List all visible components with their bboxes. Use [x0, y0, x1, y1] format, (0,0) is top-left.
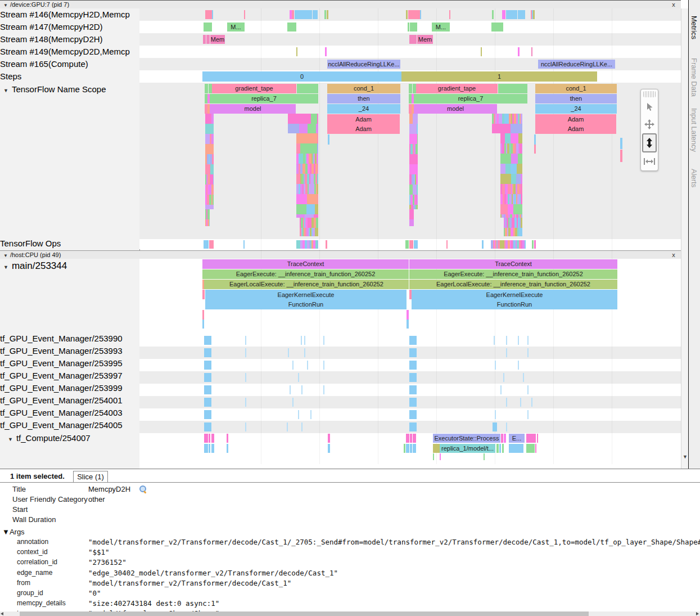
trace-event-bar[interactable] — [484, 453, 485, 460]
flame-segment[interactable] — [518, 133, 522, 143]
flame-segment[interactable] — [296, 133, 304, 143]
trace-event-bar[interactable] — [449, 10, 450, 19]
trace-event-bar[interactable] — [526, 434, 536, 443]
trace-event-bar[interactable] — [323, 336, 324, 345]
trace-event-bar[interactable] — [506, 336, 507, 345]
flame-segment[interactable] — [317, 184, 318, 194]
trace-event-bar[interactable] — [211, 434, 214, 443]
trace-event-bar[interactable] — [496, 444, 499, 453]
trace-event-bar[interactable] — [243, 240, 245, 249]
trace-event-bar[interactable] — [495, 361, 496, 370]
trace-event-bar[interactable] — [204, 336, 211, 345]
trace-event-bar[interactable] — [325, 47, 327, 56]
trace-event-bar[interactable]: M... — [227, 23, 245, 32]
trace-event-bar[interactable]: gradient_tape — [416, 84, 498, 93]
flame-segment[interactable] — [417, 134, 418, 144]
sidebar-tab-alerts[interactable]: Alerts — [690, 169, 698, 187]
flame-segment[interactable] — [521, 114, 522, 124]
trace-event-bar[interactable]: 0 — [202, 71, 401, 82]
close-icon[interactable]: x — [670, 251, 678, 259]
trace-event-bar[interactable] — [245, 398, 246, 407]
flame-segment[interactable] — [317, 228, 318, 236]
trace-event-bar[interactable] — [292, 10, 294, 19]
sidebar-tab-input-latency[interactable]: Input Latency — [690, 108, 698, 152]
trace-event-bar[interactable] — [534, 240, 536, 249]
flame-segment[interactable] — [409, 209, 414, 219]
trace-event-bar[interactable] — [328, 434, 330, 443]
trace-event-bar[interactable] — [533, 10, 535, 19]
trace-event-bar[interactable] — [245, 422, 246, 431]
trace-event-bar[interactable]: replica_1/model/t... — [440, 444, 495, 453]
trace-event-bar[interactable]: ncclAllReduceRingLLKe... — [327, 60, 400, 69]
sidebar-tab-metrics[interactable]: Metrics — [690, 16, 698, 39]
flame-segment[interactable] — [296, 143, 300, 154]
flame-segment[interactable] — [500, 154, 511, 164]
trace-event-bar[interactable] — [491, 23, 503, 32]
trace-event-bar[interactable]: FunctionRun — [412, 300, 617, 309]
trace-event-bar[interactable]: replica_7 — [210, 94, 318, 104]
flame-segment[interactable] — [519, 124, 522, 133]
trace-event-bar[interactable] — [202, 290, 205, 299]
trace-event-bar[interactable] — [534, 145, 536, 154]
flame-segment[interactable] — [210, 164, 214, 174]
trace-event-bar[interactable] — [409, 348, 417, 357]
trace-event-bar[interactable] — [296, 47, 297, 56]
slice-tab[interactable]: Slice (1) — [73, 471, 108, 483]
trace-event-bar[interactable] — [204, 444, 208, 453]
flame-segment[interactable] — [522, 143, 522, 154]
trace-event-bar[interactable] — [406, 444, 409, 453]
trace-event-bar[interactable] — [204, 373, 211, 382]
trace-event-bar[interactable] — [413, 444, 416, 453]
flame-segment[interactable] — [288, 124, 293, 133]
selection-tool-button[interactable] — [642, 98, 657, 115]
flame-segment[interactable] — [511, 133, 518, 143]
trace-event-bar[interactable]: Adam — [327, 124, 400, 134]
trace-event-bar[interactable] — [301, 422, 302, 431]
trace-event-bar[interactable] — [404, 444, 405, 453]
trace-event-bar[interactable] — [313, 10, 318, 19]
search-icon[interactable] — [139, 485, 147, 493]
trace-event-bar[interactable] — [503, 373, 504, 382]
zoom-tool-button[interactable] — [642, 133, 657, 152]
trace-event-bar[interactable] — [409, 361, 417, 370]
trace-event-bar[interactable]: 1 — [401, 71, 597, 82]
flame-segment[interactable] — [205, 164, 210, 174]
trace-event-bar[interactable] — [527, 336, 529, 345]
flame-segment[interactable] — [307, 194, 318, 204]
trace-event-bar[interactable] — [500, 385, 502, 394]
trace-event-bar[interactable] — [304, 336, 305, 345]
trace-event-bar[interactable]: TraceContext — [202, 259, 409, 269]
flame-segment[interactable] — [413, 185, 417, 195]
flame-segment[interactable] — [317, 133, 318, 143]
flame-segment[interactable] — [213, 185, 214, 195]
flame-segment[interactable] — [508, 204, 513, 214]
trace-event-bar[interactable] — [298, 410, 299, 419]
close-icon[interactable]: x — [670, 1, 678, 8]
trace-event-bar[interactable] — [204, 422, 211, 431]
trace-event-bar[interactable] — [204, 434, 208, 443]
trace-event-bar[interactable] — [209, 240, 214, 249]
flame-segment[interactable] — [316, 124, 318, 133]
collapse-triangle-icon[interactable]: ▼ — [3, 264, 8, 270]
trace-event-bar[interactable]: model — [210, 104, 296, 114]
flame-segment[interactable] — [517, 164, 522, 174]
flame-segment[interactable] — [315, 204, 318, 214]
flame-segment[interactable] — [511, 174, 516, 184]
trace-event-bar[interactable] — [501, 434, 503, 443]
trace-event-bar[interactable] — [287, 23, 296, 32]
trace-event-bar[interactable]: cond_1 — [535, 84, 617, 93]
trace-event-bar[interactable] — [410, 444, 412, 453]
flame-segment[interactable] — [522, 184, 522, 194]
trace-event-bar[interactable] — [527, 385, 529, 394]
trace-event-bar[interactable] — [209, 444, 210, 453]
trace-event-bar[interactable] — [227, 434, 228, 443]
flame-segment[interactable] — [416, 174, 418, 185]
vertical-scrollbar[interactable]: ▼ — [681, 8, 689, 469]
flame-segment[interactable] — [513, 204, 522, 214]
flame-segment[interactable] — [317, 143, 318, 154]
trace-event-bar[interactable] — [406, 434, 409, 443]
trace-event-bar[interactable] — [202, 310, 204, 320]
trace-event-bar[interactable] — [307, 361, 308, 370]
trace-event-bar[interactable] — [290, 385, 291, 394]
trace-event-bar[interactable] — [245, 336, 246, 345]
